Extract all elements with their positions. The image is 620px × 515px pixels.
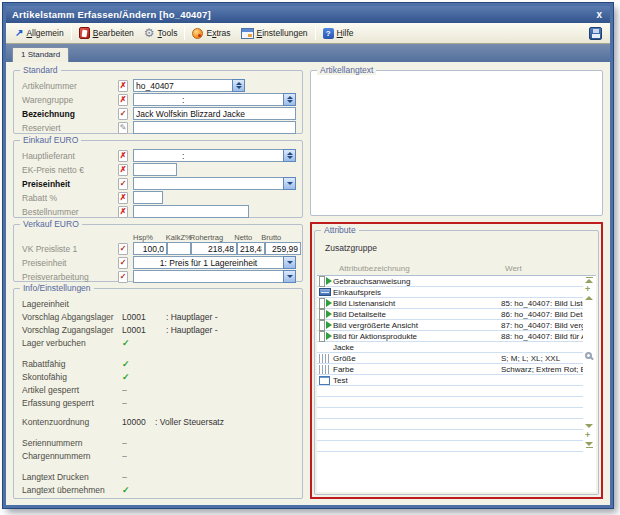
artikellangtext-textarea[interactable] [315, 75, 598, 211]
image-attribute-icon [317, 320, 333, 331]
tab-standard[interactable]: 1 Standard [12, 47, 69, 62]
column-attributbezeichnung: Attributbezeichnung [339, 264, 505, 275]
vk-preiseinheit-input[interactable] [133, 256, 284, 269]
artikelnummer-spinner-button[interactable] [232, 79, 245, 92]
group-langtext-title: Artikellangtext [317, 65, 376, 75]
left-column: Standard Artikelnummer Warengruppe [13, 64, 303, 499]
attribute-row[interactable]: Jacke [317, 342, 583, 353]
hsp-input[interactable] [133, 242, 167, 255]
dash-flag-icon: – [122, 451, 127, 461]
menu-tools[interactable]: ⚙ Tools [139, 25, 183, 41]
titlebar: Artikelstamm Erfassen/Ändern [ho_40407] … [6, 6, 610, 23]
ek-preiseinheit-input[interactable] [133, 177, 284, 190]
info-label: Langtext Drucken [22, 472, 122, 482]
scroll-up-icon[interactable] [585, 296, 593, 300]
info-label: Seriennummern [22, 438, 122, 448]
kalkz-input[interactable] [167, 242, 191, 255]
ek-preis-input[interactable] [133, 163, 177, 176]
group-standard-title: Standard [20, 65, 61, 75]
ek-preiseinheit-dropdown-button[interactable] [283, 177, 296, 190]
group-verkauf-title: Verkauf EURO [20, 219, 82, 229]
group-langtext: Artikellangtext [310, 70, 603, 216]
attribute-list: Gebrauchsanweisung Einkaufspreis Bild Li… [317, 275, 596, 492]
brutto-input[interactable] [265, 242, 301, 255]
attribute-row-empty [317, 386, 583, 397]
price-attribute-icon [317, 288, 333, 296]
konto-code: 10000 [122, 417, 155, 427]
lager-code: L0001 [122, 312, 166, 322]
attribute-row-empty [317, 430, 583, 441]
attribute-row[interactable]: Gebrauchsanweisung [317, 276, 583, 287]
menu-allgemein[interactable]: ↗ Allgemein [10, 26, 69, 40]
warengruppe-input[interactable] [133, 93, 284, 106]
info-label: Lager verbuchen [22, 338, 122, 348]
attribute-row[interactable]: Einkaufspreis [317, 287, 583, 298]
search-magnifier-icon[interactable] [585, 352, 592, 359]
field-ok-icon [118, 108, 133, 120]
check-flag-icon: ✓ [122, 372, 130, 382]
menu-label: Einstellungen [257, 28, 308, 38]
attribute-row[interactable]: FarbeSchwarz; Extrem Rot; Extre [317, 364, 583, 375]
edit-book-icon [79, 27, 90, 39]
preisverarbeitung-label: Preisverarbeitung [22, 272, 118, 282]
hauptlieferant-input[interactable] [133, 149, 284, 162]
artikelnummer-input[interactable] [133, 79, 233, 92]
rohertrag-input[interactable] [191, 242, 237, 255]
bars-attribute-icon [317, 365, 333, 374]
attribute-row[interactable]: Bild Listenansicht85: ho_40407: Bild Lis… [317, 298, 583, 309]
save-icon[interactable] [589, 27, 602, 40]
menu-separator [71, 26, 72, 40]
reserviert-input[interactable] [133, 121, 296, 134]
scroll-to-top-icon[interactable] [585, 277, 593, 283]
attribute-row[interactable]: Bild Detailseite86: ho_40407: Bild Detai… [317, 309, 583, 320]
group-attribute: Attribute Zusatzgruppe Attributbezeichnu… [314, 230, 599, 495]
vk-preiseinheit-label: Preiseinheit [22, 258, 118, 268]
scroll-down-icon[interactable] [585, 424, 593, 428]
menu-separator [315, 26, 316, 40]
rabatt-input[interactable] [133, 191, 163, 204]
attribute-row[interactable]: GrößeS; M; L; XL; XXL [317, 353, 583, 364]
attribute-row[interactable]: Bild für Aktionsprodukte88: ho_40407: Bi… [317, 331, 583, 342]
add-row-icon[interactable]: + [585, 432, 590, 439]
lager-desc: : Hauptlager - [166, 325, 218, 335]
menu-bearbeiten[interactable]: Bearbeiten [74, 25, 139, 41]
ek-preis-label: EK-Preis netto € [22, 165, 118, 175]
menu-separator [184, 26, 185, 40]
bezeichnung-input[interactable] [133, 107, 296, 120]
menu-label: Allgemein [26, 28, 63, 38]
preisverarbeitung-dropdown-button[interactable] [283, 270, 296, 283]
vk-preiseinheit-dropdown-button[interactable] [283, 256, 296, 269]
attribute-row-empty [317, 397, 583, 408]
attribute-row[interactable]: Test [317, 375, 583, 386]
preisverarbeitung-input[interactable] [133, 270, 284, 283]
bezeichnung-label: Bezeichnung [22, 109, 118, 119]
attribute-row[interactable]: Bild vergrößerte Ansicht87: ho_40407: Bi… [317, 320, 583, 331]
group-info: Info/Einstellungen Lagereinheit Vorschla… [13, 288, 303, 499]
lager-code: L0001 [122, 325, 166, 335]
bars-attribute-icon [317, 354, 333, 363]
right-column: Artikellangtext Attribute Zusatzgruppe A… [310, 64, 603, 499]
menu-extras[interactable]: Extras [187, 26, 235, 41]
info-label: Vorschlag Abgangslager [22, 312, 122, 322]
field-ok-icon [118, 178, 133, 190]
netto-input[interactable] [237, 242, 265, 255]
bestellnummer-label: Bestellnummer [22, 207, 118, 217]
warengruppe-browse-button[interactable] [283, 93, 296, 106]
content: Standard Artikelnummer Warengruppe [6, 62, 610, 505]
close-button[interactable]: x [594, 10, 604, 20]
info-label: Artikel gesperrt [22, 385, 122, 395]
info-label: Erfassung gesperrt [22, 398, 122, 408]
scroll-to-bottom-icon[interactable] [585, 442, 593, 448]
add-row-icon[interactable]: + [585, 286, 590, 293]
menu-einstellungen[interactable]: Einstellungen [236, 26, 313, 41]
check-flag-icon: ✓ [122, 485, 130, 495]
field-ok-icon [118, 271, 133, 283]
menu-label: Extras [206, 28, 230, 38]
menu-hilfe[interactable]: ? Hilfe [318, 26, 359, 41]
rabatt-label: Rabatt % [22, 193, 118, 203]
attribute-rows: Gebrauchsanweisung Einkaufspreis Bild Li… [317, 276, 583, 492]
image-attribute-icon [317, 298, 333, 309]
mandatory-field-icon [118, 94, 133, 106]
bestellnummer-input[interactable] [133, 205, 249, 218]
hauptlieferant-browse-button[interactable] [283, 149, 296, 162]
